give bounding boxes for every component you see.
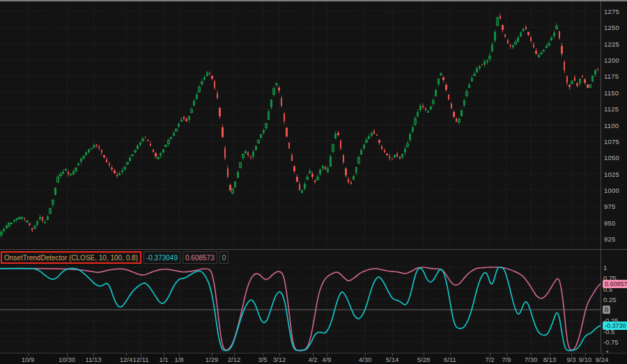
candlestick-svg (0, 3, 601, 249)
price-tick-label: 1200 (604, 56, 619, 64)
date-label: 12/11 (132, 356, 148, 363)
candle-body (343, 155, 344, 163)
date-label: 7/9 (502, 356, 511, 363)
candle-body (527, 32, 529, 35)
candle-body (217, 93, 218, 99)
candle-body (481, 65, 483, 65)
candle-body (350, 182, 352, 184)
price-tick-label: 1225 (604, 40, 619, 47)
candle-body (150, 144, 151, 146)
candle-body (525, 27, 527, 29)
candle-body (345, 168, 346, 175)
time-axis[interactable]: 10/910/3011/1312/412/111/11/81/292/123/5… (0, 354, 627, 364)
date-label: 1/29 (206, 356, 219, 363)
candle-body (219, 108, 220, 116)
price-tick-label: 1250 (604, 24, 619, 31)
candle-body (106, 159, 107, 163)
date-label: 3/5 (258, 356, 267, 363)
candle-body (384, 150, 385, 152)
candle-body (101, 150, 102, 153)
price-tick-label: 1100 (604, 121, 619, 129)
candle-body (284, 113, 285, 120)
date-label: 2/12 (228, 356, 241, 363)
price-axis[interactable]: 1275125012251200117511501125110010751050… (601, 3, 627, 249)
date-label: 3/12 (273, 356, 286, 363)
candle-body (144, 138, 146, 139)
date-label: 11/13 (85, 356, 101, 363)
date-label: 9/24 (596, 356, 609, 363)
candle-body (11, 223, 13, 223)
candle-body (427, 111, 428, 112)
study-value-chip: -0.373049 (144, 251, 180, 264)
candle-body (296, 177, 297, 182)
candle-body (389, 157, 390, 158)
price-tick-label: 1050 (604, 154, 619, 161)
candle-body (566, 77, 568, 83)
candle-body (31, 228, 33, 231)
candle-body (507, 40, 509, 42)
candle-body (288, 143, 290, 148)
candlestick-chart[interactable] (0, 3, 601, 249)
candle-body (291, 155, 293, 161)
trading-chart-window: OnsetTrendDetector (CLOSE, 10, 100, 0.8)… (0, 0, 627, 364)
value-badge: 0.60857 (603, 280, 627, 288)
price-tick-label: 1000 (604, 186, 619, 193)
value-badge: -0.3730 (603, 322, 627, 330)
candle-body (559, 31, 560, 38)
date-label: 5/28 (417, 356, 431, 363)
candle-body (70, 175, 71, 175)
candle-body (445, 85, 447, 90)
candle-body (509, 45, 511, 46)
candle-body (250, 157, 251, 159)
indicator-tick-label: 0.25 (603, 295, 617, 303)
price-tick-label: 975 (604, 203, 615, 210)
price-tick-label: 1125 (604, 105, 619, 113)
candle-body (373, 131, 375, 133)
price-tick-label: 950 (604, 219, 615, 226)
study-value-chip: 0 (219, 251, 229, 264)
date-label: 1/1 (159, 356, 168, 363)
indicator-tick-label: -0.75 (603, 338, 619, 345)
candle-body (183, 117, 185, 119)
date-label: 9/10 (579, 356, 592, 363)
candle-body (576, 84, 578, 86)
date-label: 10/9 (22, 356, 35, 363)
candle-body (157, 158, 159, 159)
candle-body (340, 141, 341, 148)
indicator-axis[interactable]: 10.750.50.25-0.25-0.5-0.75-10.608570-0.3… (601, 250, 627, 353)
study-value-chip: 0.608573 (183, 251, 217, 264)
candle-body (541, 54, 542, 54)
candle-body (153, 150, 154, 152)
candle-body (456, 118, 457, 121)
candle-body (247, 152, 249, 155)
candle-body (564, 62, 565, 70)
candle-body (286, 128, 287, 136)
price-tick-label: 1025 (604, 170, 619, 177)
date-label: 4/9 (322, 356, 331, 363)
indicator-pane[interactable] (0, 250, 601, 353)
candle-body (442, 77, 444, 81)
candle-body (530, 38, 532, 42)
candle-body (425, 109, 426, 110)
date-label: 4/2 (308, 356, 317, 363)
candle-body (98, 147, 100, 148)
date-label: 9/3 (566, 356, 575, 363)
candle-body (582, 76, 583, 77)
candle-body (325, 167, 326, 170)
study-label-selected[interactable]: OnsetTrendDetector (CLOSE, 10, 100, 0.8) (1, 251, 141, 264)
candle-body (348, 179, 349, 182)
date-label: 6/11 (444, 356, 456, 363)
candle-body (386, 154, 387, 155)
indicator-line-fast-cyan (0, 267, 601, 351)
candle-body (42, 217, 43, 221)
candle-body (109, 164, 110, 166)
study-row: OnsetTrendDetector (CLOSE, 10, 100, 0.8)… (1, 251, 229, 264)
candle-body (68, 172, 69, 174)
candle-body (504, 35, 506, 37)
candle-body (597, 70, 598, 70)
candle-body (311, 174, 313, 177)
date-label: 7/2 (485, 356, 494, 363)
candle-body (222, 127, 223, 137)
candle-body (24, 219, 25, 219)
candle-body (229, 185, 231, 190)
